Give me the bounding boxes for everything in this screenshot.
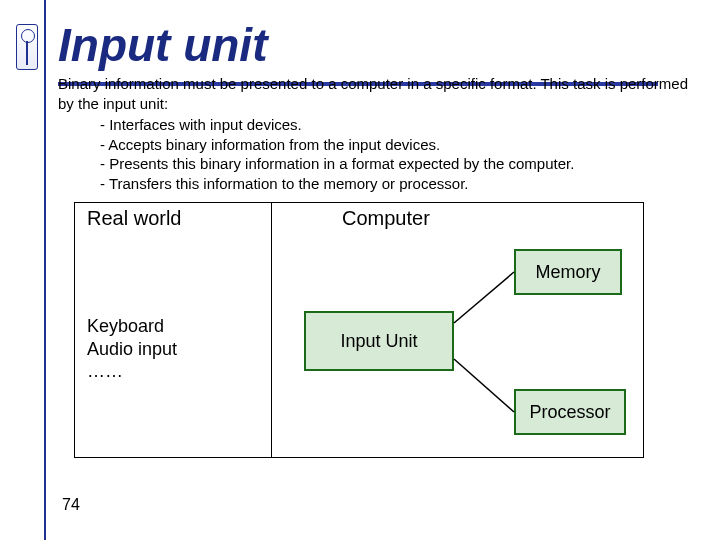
page-number: 74 — [62, 496, 80, 514]
computer-box: Computer Input Unit Memory Processor — [272, 202, 644, 458]
person-icon — [16, 24, 38, 70]
diagram: Real world Keyboard Audio input …… Compu… — [74, 202, 644, 458]
input-devices-list: Keyboard Audio input …… — [87, 315, 177, 383]
connectors — [272, 203, 644, 459]
bullet: - Transfers this information to the memo… — [100, 174, 688, 194]
bullet: - Interfaces with input devices. — [100, 115, 688, 135]
side-rule — [44, 0, 46, 540]
bullet: - Presents this binary information in a … — [100, 154, 688, 174]
body-text: Binary information must be presented to … — [58, 74, 688, 193]
input-device: …… — [87, 360, 177, 383]
input-device: Keyboard — [87, 315, 177, 338]
slide-title: Input unit — [58, 18, 267, 72]
svg-line-1 — [454, 359, 514, 412]
lead-text: Binary information must be presented to … — [58, 74, 688, 113]
input-device: Audio input — [87, 338, 177, 361]
svg-line-0 — [454, 272, 514, 323]
real-world-box: Real world Keyboard Audio input …… — [74, 202, 272, 458]
bullet: - Accepts binary information from the in… — [100, 135, 688, 155]
real-world-label: Real world — [87, 207, 181, 230]
